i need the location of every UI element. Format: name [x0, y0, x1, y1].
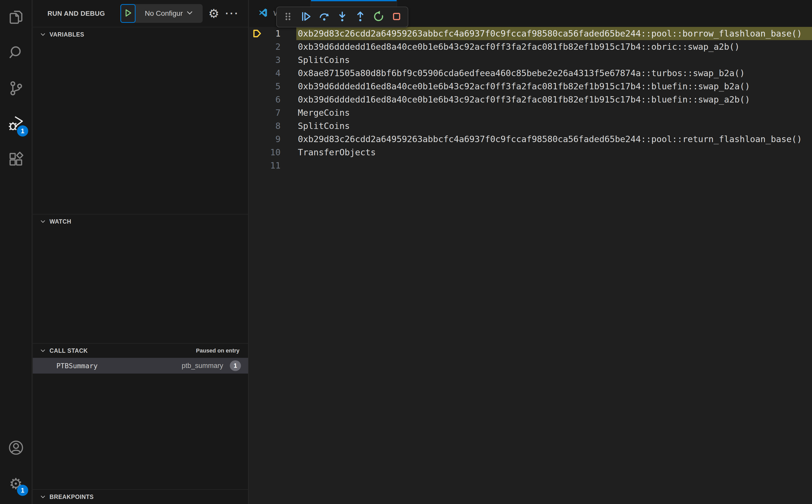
line-number: 5 [265, 80, 280, 93]
frame-name: PTBSummary [56, 362, 98, 370]
activity-bar: 1 [0, 0, 32, 504]
activity-item-explorer[interactable] [0, 0, 32, 36]
debug-config-control: No Configur [120, 4, 203, 23]
activity-bar-top: 1 [0, 0, 32, 178]
code-text[interactable]: 0xb29d83c26cdd2a64959263abbcfc4a6937f0c9… [296, 132, 812, 146]
line-number: 4 [265, 66, 280, 80]
vscode-window: 1 [0, 0, 812, 504]
code-line-6[interactable]: 60xb39d6dddedd16ed8a40ce0b1e6b43c92acf0f… [249, 93, 812, 106]
step-out-icon [354, 10, 366, 24]
activity-item-run-and-debug[interactable]: 1 [0, 107, 32, 142]
settings-badge: 1 [17, 485, 28, 496]
account-icon [8, 439, 24, 457]
code-text[interactable]: SplitCoins [296, 119, 812, 132]
line-number: 8 [265, 119, 280, 132]
line-number: 2 [265, 40, 280, 53]
activity-item-extensions[interactable] [0, 142, 32, 178]
call-stack-label: CALL STACK [49, 347, 88, 354]
activity-item-settings[interactable]: ⚙ 1 [0, 466, 32, 501]
gripper-icon [282, 10, 294, 24]
code-line-1[interactable]: 10xb29d83c26cdd2a64959263abbcfc4a6937f0c… [249, 27, 812, 40]
code-line-8[interactable]: 8SplitCoins [249, 119, 812, 132]
sidebar-header: RUN AND DEBUG No Configur [33, 0, 248, 27]
code-text[interactable]: 0xb39d6dddedd16ed8a40ce0b1e6b43c92acf0ff… [296, 40, 812, 53]
chevron-down-icon [39, 218, 46, 225]
play-icon [123, 8, 133, 19]
stack-frame-row[interactable]: PTBSummaryptb_summary1 [33, 358, 248, 374]
extensions-icon [8, 151, 24, 169]
source-control-icon [8, 80, 24, 98]
step-out-button[interactable] [352, 9, 368, 25]
gear-icon: ⚙ [208, 7, 219, 20]
line-number: 6 [265, 93, 280, 106]
step-over-button[interactable] [316, 9, 332, 25]
code-line-11[interactable]: 11 [249, 159, 812, 172]
search-icon [8, 44, 24, 62]
code-text[interactable]: 0x8ae871505a80d8bf6bf9c05906cda6edfeea46… [296, 66, 812, 80]
chevron-down-icon [39, 493, 46, 500]
chevron-down-icon [39, 31, 46, 38]
line-number: 7 [265, 106, 280, 119]
code-line-10[interactable]: 10TransferObjects [249, 146, 812, 159]
debug-badge: 1 [17, 125, 28, 137]
section-watch[interactable]: WATCH [33, 214, 248, 229]
code-line-5[interactable]: 50xb39d6dddedd16ed8a40ce0b1e6b43c92acf0f… [249, 80, 812, 93]
code-text[interactable]: 0xb39d6dddedd16ed8a40ce0b1e6b43c92acf0ff… [296, 80, 812, 93]
code-text[interactable]: TransferObjects [296, 146, 812, 159]
code-text[interactable]: MergeCoins [296, 106, 812, 119]
variables-label: VARIABLES [49, 31, 84, 38]
line-number: 3 [265, 53, 280, 66]
activity-item-search[interactable] [0, 36, 32, 71]
ellipsis-icon: ··· [225, 8, 239, 19]
frame-badge: 1 [230, 360, 241, 371]
section-breakpoints[interactable]: BREAKPOINTS [33, 489, 248, 504]
step-over-icon [318, 10, 330, 24]
section-call-stack[interactable]: CALL STACK Paused on entry [33, 343, 248, 358]
start-debugging-button[interactable] [120, 4, 136, 23]
stop-icon [390, 10, 403, 24]
stop-button[interactable] [388, 9, 405, 25]
debug-toolbar [276, 7, 408, 27]
chevron-down-icon [39, 347, 46, 354]
code-line-2[interactable]: 20xb39d6dddedd16ed8a40ce0b1e6b43c92acf0f… [249, 40, 812, 53]
call-stack-status: Paused on entry [196, 347, 239, 354]
vscode-logo-icon [258, 7, 268, 20]
code-line-4[interactable]: 40x8ae871505a80d8bf6bf9c05906cda6edfeea4… [249, 66, 812, 80]
more-actions-button[interactable]: ··· [225, 0, 239, 27]
code-text[interactable]: 0xb29d83c26cdd2a64959263abbcfc4a6937f0c9… [296, 27, 812, 40]
watch-label: WATCH [49, 218, 71, 225]
explorer-icon [8, 9, 24, 27]
code-text[interactable]: SplitCoins [296, 53, 812, 66]
step-into-icon [336, 10, 348, 24]
code-line-3[interactable]: 3SplitCoins [249, 53, 812, 66]
frame-source: ptb_summary [181, 362, 223, 370]
continue-button[interactable] [298, 9, 314, 25]
editor-group: Welcome ptb_summary × 10xb29d83c26cdd2a6… [249, 0, 812, 504]
toolbar-drag-handle[interactable] [280, 9, 296, 25]
activity-item-accounts[interactable] [0, 430, 32, 466]
code-line-7[interactable]: 7MergeCoins [249, 106, 812, 119]
restart-button[interactable] [370, 9, 387, 25]
chevron-down-icon [186, 9, 193, 18]
code-line-9[interactable]: 90xb29d83c26cdd2a64959263abbcfc4a6937f0c… [249, 132, 812, 146]
run-and-debug-sidebar: RUN AND DEBUG No Configur [33, 0, 248, 504]
config-dropdown-label: No Configur [145, 9, 182, 18]
restart-icon [372, 10, 385, 24]
line-number: 1 [265, 27, 280, 40]
line-number: 9 [265, 132, 280, 146]
breakpoints-label: BREAKPOINTS [49, 494, 94, 500]
sidebar-title: RUN AND DEBUG [47, 10, 105, 18]
step-into-button[interactable] [334, 9, 350, 25]
activity-item-source-control[interactable] [0, 71, 32, 107]
launch-settings-button[interactable]: ⚙ [207, 0, 220, 27]
activity-bar-bottom: ⚙ 1 [0, 430, 32, 504]
continue-icon [300, 10, 312, 24]
section-variables[interactable]: VARIABLES [33, 27, 248, 42]
line-number: 11 [265, 159, 280, 172]
code-editor[interactable]: 10xb29d83c26cdd2a64959263abbcfc4a6937f0c… [249, 27, 812, 504]
code-text[interactable]: 0xb39d6dddedd16ed8a40ce0b1e6b43c92acf0ff… [296, 93, 812, 106]
config-dropdown[interactable]: No Configur [136, 4, 203, 23]
line-number: 10 [265, 146, 280, 159]
current-stack-frame-icon [249, 28, 265, 39]
